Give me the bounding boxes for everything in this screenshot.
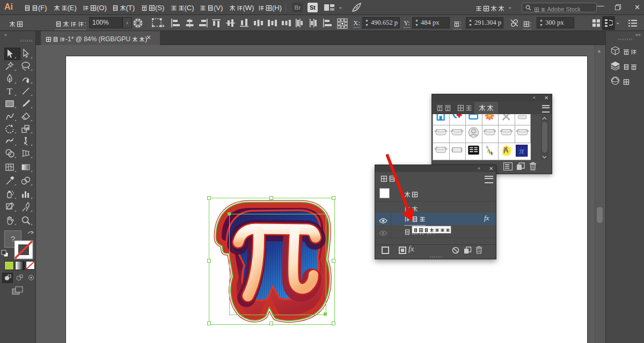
svg-text:T: T [7, 86, 13, 96]
svg-text:π: π [519, 146, 525, 156]
svg-text:+: + [10, 154, 12, 159]
